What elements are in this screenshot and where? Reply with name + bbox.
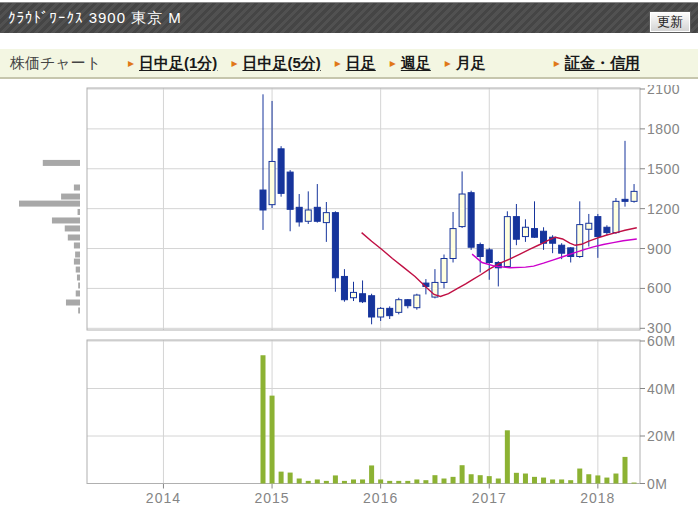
arrow-icon: ▸	[335, 56, 341, 70]
volume-bar	[532, 477, 537, 484]
volume-bar	[288, 473, 293, 484]
candle-body	[323, 213, 329, 223]
volume-bar	[396, 481, 401, 484]
volume-bar	[595, 475, 600, 483]
volume-bar	[333, 475, 338, 483]
candle-body	[459, 194, 465, 227]
volume-bar	[360, 479, 365, 483]
candle-body	[486, 250, 492, 263]
grid-lines	[87, 88, 640, 489]
candle-body	[586, 223, 592, 229]
tab-weekly[interactable]: ▸週足	[390, 54, 431, 73]
candle-body	[314, 207, 320, 221]
candle-body	[468, 193, 474, 248]
candle-body	[378, 308, 384, 317]
profile-bar	[74, 259, 80, 265]
volume-bar	[460, 465, 465, 483]
profile-bar	[65, 225, 80, 231]
volume-bar	[342, 481, 347, 484]
volume-bar	[261, 355, 266, 483]
year-label: 2015	[254, 490, 289, 506]
price-tick-label: 1800	[647, 121, 680, 137]
year-label: 2016	[363, 490, 398, 506]
candle-body	[450, 229, 456, 259]
volume-bar	[568, 480, 573, 483]
profile-bar	[66, 300, 80, 306]
volume-bar	[297, 479, 302, 484]
candle-body	[305, 210, 311, 221]
candle-body	[278, 149, 284, 194]
volume-bar	[451, 477, 456, 484]
profile-bar	[74, 242, 80, 248]
volume-bar	[487, 476, 492, 483]
candle-body	[396, 300, 402, 313]
stock-title: ｸﾗｳﾄﾞﾜｰｸｽ 3900 東京 M	[0, 9, 182, 28]
volume-bar	[351, 479, 356, 483]
year-label: 2018	[580, 490, 615, 506]
stock-chart: 210018001500120090060030060M40M20M0M2014…	[0, 85, 698, 528]
candle-body	[477, 245, 483, 257]
tab-margin-credit[interactable]: ▸証金・信用	[554, 54, 640, 73]
tab-intraday-5min[interactable]: ▸日中足(5分)	[231, 54, 320, 73]
volume-bar	[324, 481, 329, 484]
volume-bar	[387, 481, 392, 484]
profile-bar	[78, 307, 80, 313]
volume-bar	[270, 396, 275, 484]
price-tick-label: 900	[647, 241, 672, 257]
candle-body	[532, 229, 538, 238]
profile-bar	[52, 217, 80, 223]
profile-bar	[78, 209, 80, 215]
arrow-icon: ▸	[128, 56, 134, 70]
candle-body	[622, 199, 628, 201]
arrow-icon: ▸	[390, 56, 396, 70]
price-tick-label: 2100	[647, 85, 680, 97]
profile-bar	[76, 290, 80, 296]
profile-bar	[75, 252, 80, 258]
year-label: 2017	[472, 490, 507, 506]
profile-bar	[19, 201, 80, 207]
candle-body	[387, 308, 393, 315]
candle-body	[269, 161, 275, 204]
candle-body	[296, 207, 302, 222]
tab-daily[interactable]: ▸日足	[335, 54, 376, 73]
volume-bar	[623, 457, 628, 484]
profile-bar	[74, 185, 80, 191]
volume-axis-labels: 60M40M20M0M	[640, 333, 676, 492]
volume-tick-label: 40M	[647, 381, 676, 397]
volume-bar	[423, 480, 428, 483]
volume-bar	[586, 474, 591, 483]
candle-body	[351, 292, 357, 297]
volume-bar	[469, 474, 474, 483]
volume-bar	[604, 478, 609, 484]
price-tick-label: 1500	[647, 161, 680, 177]
volume-tick-label: 20M	[647, 428, 676, 444]
candle-body	[369, 296, 375, 317]
volume-profile	[19, 160, 80, 314]
title-bar: ｸﾗｳﾄﾞﾜｰｸｽ 3900 東京 M	[0, 2, 698, 33]
tab-monthly-current: ▸月足	[445, 54, 486, 73]
candle-body	[613, 201, 619, 232]
refresh-button[interactable]: 更新	[649, 11, 691, 33]
arrow-icon: ▸	[445, 56, 451, 70]
volume-bar	[315, 479, 320, 483]
year-labels: 20142015201620172018	[146, 490, 616, 506]
profile-bar	[77, 275, 80, 281]
volume-bar	[550, 479, 555, 483]
candle-body	[360, 294, 366, 302]
profile-bar	[61, 194, 80, 200]
volume-bar	[577, 469, 582, 484]
price-axis-labels: 2100180015001200900600300	[640, 85, 680, 336]
volume-bar	[378, 479, 383, 483]
candle-body	[287, 172, 293, 209]
volume-tick-label: 60M	[647, 333, 676, 349]
volume-bar	[514, 473, 519, 484]
candle-body	[332, 213, 338, 278]
volume-bar	[405, 481, 410, 484]
volume-bar	[369, 465, 374, 483]
chart-toolbar: 株価チャート ▸日中足(1分) ▸日中足(5分) ▸日足 ▸週足 ▸月足 ▸証金…	[0, 48, 698, 79]
tab-intraday-1min[interactable]: ▸日中足(1分)	[128, 54, 217, 73]
volume-bar	[505, 430, 510, 483]
candle-body	[604, 227, 610, 232]
arrow-icon: ▸	[231, 56, 237, 70]
volume-bar	[613, 474, 618, 484]
